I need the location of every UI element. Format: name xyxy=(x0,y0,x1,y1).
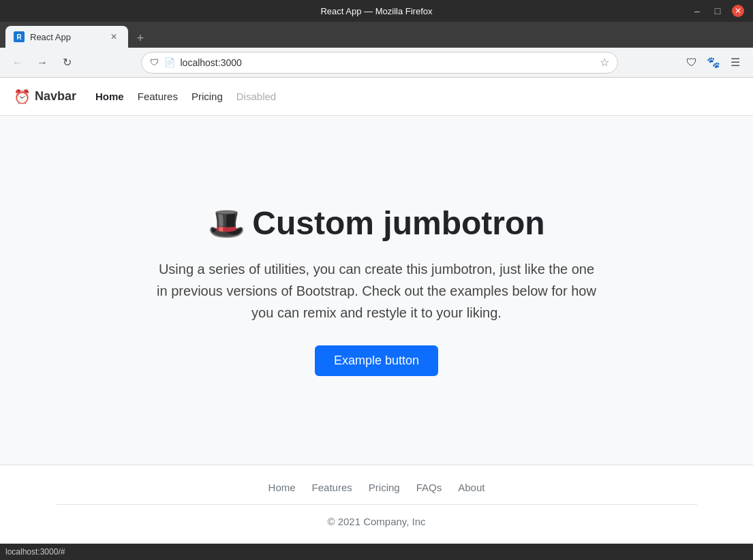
back-button[interactable]: ← xyxy=(8,53,27,72)
status-text: localhost:3000/# xyxy=(5,547,65,557)
navbar-brand-text: Navbar xyxy=(35,89,76,104)
address-bar: ← → ↻ 🛡 📄 ☆ 🛡 🐾 ☰ xyxy=(0,48,753,78)
navbar-links: Home Features Pricing Disabled xyxy=(90,87,281,106)
close-icon[interactable]: ✕ xyxy=(732,5,744,17)
tab-close-button[interactable]: ✕ xyxy=(108,31,120,43)
page-content: ⏰ Navbar Home Features Pricing Disabled … xyxy=(0,78,753,544)
jumbotron-description: Using a series of utilities, you can cre… xyxy=(155,258,598,324)
page-icon: 📄 xyxy=(164,57,175,67)
title-bar: React App — Mozilla Firefox – □ ✕ xyxy=(0,0,753,22)
navbar: ⏰ Navbar Home Features Pricing Disabled xyxy=(0,78,753,116)
jumbotron-icon: 🎩 xyxy=(208,206,245,241)
extensions-icon[interactable]: 🐾 xyxy=(704,53,723,72)
tab-title: React App xyxy=(30,32,102,42)
jumbotron: 🎩 Custom jumbotron Using a series of uti… xyxy=(0,116,753,465)
active-tab[interactable]: R React App ✕ xyxy=(5,26,128,48)
browser-right-icons: 🛡 🐾 ☰ xyxy=(682,53,745,72)
status-bar: localhost:3000/# xyxy=(0,544,753,560)
footer-links: Home Features Pricing FAQs About xyxy=(268,482,485,493)
window-controls: – □ ✕ xyxy=(688,1,748,20)
navbar-link-home[interactable]: Home xyxy=(90,87,129,106)
security-icon: 🛡 xyxy=(150,57,159,67)
footer-link-features[interactable]: Features xyxy=(312,482,352,493)
tab-bar: R React App ✕ + xyxy=(0,22,753,48)
new-tab-button[interactable]: + xyxy=(131,29,150,48)
navbar-link-features[interactable]: Features xyxy=(132,87,183,106)
footer-link-about[interactable]: About xyxy=(458,482,485,493)
navbar-link-disabled: Disabled xyxy=(231,87,281,106)
shield-icon[interactable]: 🛡 xyxy=(682,53,701,72)
example-button[interactable]: Example button xyxy=(315,345,438,376)
close-button[interactable]: ✕ xyxy=(728,1,748,20)
footer-link-home[interactable]: Home xyxy=(268,482,296,493)
footer-copyright: © 2021 Company, Inc xyxy=(327,516,425,527)
browser-window: React App — Mozilla Firefox – □ ✕ R Reac… xyxy=(0,0,753,560)
navbar-brand[interactable]: ⏰ Navbar xyxy=(14,89,76,105)
navbar-brand-icon: ⏰ xyxy=(14,89,31,105)
footer-link-faqs[interactable]: FAQs xyxy=(416,482,442,493)
maximize-button[interactable]: □ xyxy=(708,1,727,20)
forward-button[interactable]: → xyxy=(33,53,52,72)
minimize-button[interactable]: – xyxy=(688,1,707,20)
menu-icon[interactable]: ☰ xyxy=(726,53,745,72)
bookmark-icon[interactable]: ☆ xyxy=(600,56,609,69)
footer-link-pricing[interactable]: Pricing xyxy=(369,482,400,493)
jumbotron-title: 🎩 Custom jumbotron xyxy=(208,204,544,242)
footer: Home Features Pricing FAQs About © 2021 … xyxy=(0,465,753,544)
url-bar[interactable]: 🛡 📄 ☆ xyxy=(141,52,618,74)
tab-favicon: R xyxy=(14,31,25,42)
footer-divider xyxy=(57,504,697,505)
window-title: React App — Mozilla Firefox xyxy=(320,6,432,16)
url-input[interactable] xyxy=(181,57,594,68)
reload-button[interactable]: ↻ xyxy=(57,53,76,72)
jumbotron-title-text: Custom jumbotron xyxy=(252,204,544,242)
navbar-link-pricing[interactable]: Pricing xyxy=(186,87,228,106)
